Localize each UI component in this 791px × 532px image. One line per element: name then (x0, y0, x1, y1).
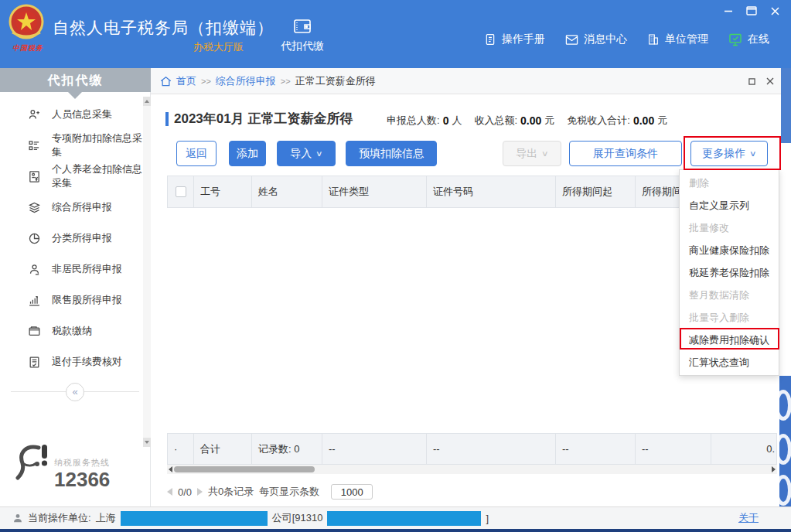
current-unit-label: 当前操作单位: (28, 511, 91, 525)
sidebar-item-special-deduction[interactable]: 专项附加扣除信息采集 (0, 130, 143, 161)
export-label: 导出 (516, 147, 537, 161)
breadcrumb: 首页 >> 综合所得申报 >> 正常工资薪金所得 (151, 68, 791, 94)
export-button[interactable]: 导出 ∨ (503, 141, 561, 166)
message-center-label: 消息中心 (584, 32, 627, 46)
back-button[interactable]: 返回 (176, 141, 217, 166)
app-window: 中国税务 自然人电子税务局（扣缴端） 办税大厅版 代扣代缴 (0, 0, 791, 532)
total-label-cell: 合计 (194, 434, 252, 464)
scroll-right-arrow[interactable] (772, 466, 776, 472)
sidebar-header-pointer (68, 92, 82, 99)
message-center-menu-item[interactable]: 消息中心 (565, 32, 627, 46)
home-icon[interactable] (160, 76, 172, 87)
scrollbar-thumb[interactable] (174, 466, 315, 472)
col-header-employee-id: 工号 (194, 176, 252, 207)
more-actions-button[interactable]: 更多操作 ∨ (690, 141, 768, 166)
header-menu: 操作手册 消息中心 单位管理 (484, 32, 769, 46)
user-icon (12, 513, 23, 523)
chevron-down-icon: ∨ (749, 149, 757, 158)
breadcrumb-separator: >> (201, 77, 211, 86)
menu-item-deduction-confirm[interactable]: 减除费用扣除确认 (680, 329, 779, 351)
person-plus-icon (28, 108, 41, 121)
total-mark-cell: · (168, 434, 194, 464)
per-page-input[interactable] (331, 484, 373, 500)
sidebar-item-personal-pension[interactable]: 个人养老金扣除信息采集 (0, 161, 143, 192)
sidebar-item-nonresident-income[interactable]: 非居民所得申报 (0, 254, 143, 285)
breadcrumb-home[interactable]: 首页 (176, 74, 196, 88)
sidebar-item-classified-income[interactable]: 分类所得申报 (0, 223, 143, 254)
edge-overlay-widget (779, 376, 791, 506)
stat-unit: 人 (452, 114, 462, 128)
breadcrumb-level2[interactable]: 综合所得申报 (216, 74, 276, 88)
sidebar-item-tax-payment[interactable]: 税款缴纳 (0, 315, 143, 346)
stat-label: 免税收入合计: (567, 114, 630, 128)
scroll-down-arrow[interactable] (143, 438, 151, 447)
national-emblem-icon (8, 3, 45, 42)
sidebar-item-restricted-stock[interactable]: 限售股所得申报 (0, 285, 143, 315)
tab-withholding-label: 代扣代缴 (281, 39, 324, 53)
chevron-down-icon: ∨ (541, 149, 549, 158)
layers-icon (28, 201, 41, 214)
prev-page-icon[interactable] (167, 488, 172, 496)
company-name-redacted (121, 511, 268, 526)
next-page-icon[interactable] (197, 488, 203, 496)
tab-withholding[interactable]: 代扣代缴 (268, 11, 336, 60)
online-status[interactable]: 在线 (728, 32, 769, 46)
stat-label: 申报总人数: (387, 114, 440, 128)
maximize-button[interactable] (746, 6, 757, 15)
menu-item-tax-deferred-pension[interactable]: 税延养老保险扣除 (680, 261, 779, 284)
id-card-yen-icon (28, 170, 41, 183)
per-page-label: 每页显示条数 (259, 485, 319, 499)
hotline-logo: 纳税服务热线 12366 (15, 443, 139, 497)
add-button[interactable]: 添加 (229, 141, 266, 166)
headset-person-icon (15, 443, 51, 488)
menu-item-custom-columns[interactable]: 自定义显示列 (680, 194, 779, 217)
stat-taxfree-income: 免税收入合计: 0.00 元 (567, 114, 667, 128)
stat-label: 收入总额: (474, 114, 517, 128)
panel-maximize-icon[interactable] (748, 78, 755, 85)
stat-unit: 元 (544, 114, 554, 128)
horizontal-scrollbar[interactable] (167, 465, 777, 474)
sidebar-item-label: 人员信息采集 (52, 107, 112, 121)
prefill-deduction-button[interactable]: 预填扣除信息 (346, 141, 437, 166)
growth-chart-icon (28, 294, 41, 307)
minimize-button[interactable] (723, 6, 734, 15)
menu-item-batch-import-delete[interactable]: 批量导入删除 (680, 306, 779, 329)
app-subtitle: 办税大厅版 (193, 40, 244, 54)
close-button[interactable] (769, 6, 780, 15)
window-controls (723, 6, 780, 15)
sidebar: 代扣代缴 人员信息采集 专项附加扣除信息采集 (0, 68, 151, 506)
online-label: 在线 (748, 32, 769, 46)
import-label: 导入 (290, 147, 312, 161)
menu-item-batch-edit[interactable]: 批量修改 (680, 217, 779, 239)
sidebar-item-personnel-info[interactable]: 人员信息采集 (0, 99, 143, 130)
sidebar-item-refund-fee-check[interactable]: 退付手续费核对 (0, 346, 143, 377)
document-check-icon (28, 356, 41, 369)
menu-item-delete[interactable]: 删除 (680, 172, 779, 194)
menu-item-settlement-status[interactable]: 汇算状态查询 (680, 351, 779, 373)
select-all-checkbox[interactable] (176, 186, 186, 197)
list-columns-icon (28, 139, 41, 152)
sidebar-item-comprehensive-income[interactable]: 综合所得申报 (0, 192, 143, 223)
app-title: 自然人电子税务局（扣缴端） (53, 17, 274, 39)
sidebar-item-label: 分类所得申报 (52, 231, 112, 245)
sidebar-item-label: 限售股所得申报 (52, 293, 122, 307)
sidebar-item-label: 个人养老金扣除信息采集 (52, 162, 143, 190)
menu-item-commercial-health-insurance[interactable]: 商业健康保险扣除 (680, 239, 779, 261)
sidebar-scrollbar[interactable] (143, 97, 151, 447)
unit-management-menu-item[interactable]: 单位管理 (647, 32, 708, 46)
sidebar-collapse-button[interactable]: « (66, 383, 84, 401)
manual-menu-item[interactable]: 操作手册 (484, 32, 545, 46)
expand-query-button[interactable]: 展开查询条件 (569, 141, 682, 166)
manual-label: 操作手册 (502, 32, 545, 46)
import-button[interactable]: 导入 ∨ (277, 141, 336, 166)
menu-item-monthly-data-clear[interactable]: 整月数据清除 (680, 284, 779, 306)
about-link[interactable]: 关于 (738, 511, 759, 525)
bottom-window-edge (0, 529, 791, 532)
stat-total-people: 申报总人数: 0 人 (387, 114, 462, 128)
period-title: 2023年01月 正常工资薪金所得 (174, 110, 353, 128)
scroll-left-arrow[interactable] (169, 466, 172, 472)
total-dash-cell: -- (322, 434, 427, 464)
panel-close-icon[interactable] (766, 77, 774, 85)
scroll-up-arrow[interactable] (143, 97, 151, 106)
period-title-row: 2023年01月 正常工资薪金所得 (165, 110, 353, 128)
